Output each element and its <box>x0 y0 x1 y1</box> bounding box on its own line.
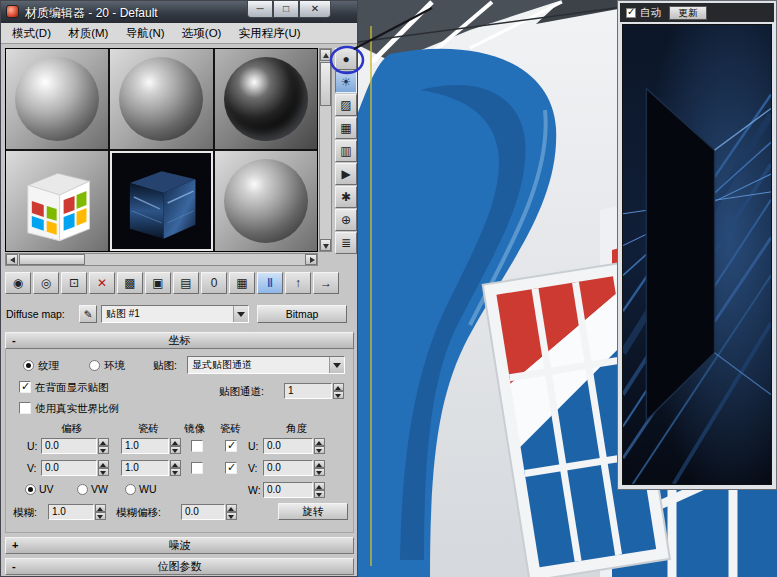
close-button[interactable]: ✕ <box>299 1 331 18</box>
spinner-up-icon[interactable] <box>170 438 181 446</box>
v-mirror-checkbox[interactable] <box>191 462 203 474</box>
sample-slot-blue-streak-cube[interactable] <box>110 151 212 251</box>
scroll-left-arrow[interactable] <box>6 254 18 265</box>
sample-type-button[interactable]: ● <box>335 48 357 70</box>
scroll-up-arrow[interactable] <box>320 49 331 61</box>
w-angle-spinner[interactable]: 0.0 <box>263 482 325 498</box>
assign-material-to-selection-button[interactable]: ⊡ <box>61 272 87 294</box>
spinner-down-icon[interactable] <box>170 446 181 454</box>
spinner-down-icon[interactable] <box>333 391 344 399</box>
menu-material[interactable]: 材质(M) <box>61 23 115 44</box>
map-name-dropdown[interactable]: 贴图 #1 <box>101 305 249 323</box>
u-offset-spinner[interactable]: 0.0 <box>41 438 109 454</box>
spinner-up-icon[interactable] <box>98 460 109 468</box>
menu-options[interactable]: 选项(O) <box>175 23 229 44</box>
slots-horizontal-scrollbar[interactable] <box>5 253 318 266</box>
make-unique-button[interactable]: ▣ <box>145 272 171 294</box>
scroll-right-arrow[interactable] <box>305 254 317 265</box>
blur-offset-spinner[interactable]: 0.0 <box>181 504 237 520</box>
sample-slot-windows-logo-cube[interactable] <box>6 151 108 251</box>
u-tiling-spinner[interactable]: 1.0 <box>121 438 181 454</box>
minimize-button[interactable]: ─ <box>247 1 273 18</box>
v-offset-spinner[interactable]: 0.0 <box>41 460 109 476</box>
sample-slot-gray-sphere-1[interactable] <box>6 49 108 149</box>
show-map-on-back-checkbox[interactable] <box>19 381 31 393</box>
make-material-copy-button[interactable]: ▩ <box>117 272 143 294</box>
u-mirror-checkbox[interactable] <box>191 440 203 452</box>
sample-uv-tiling-button[interactable]: ▦ <box>335 117 357 139</box>
reset-map-button[interactable]: ✕ <box>89 272 115 294</box>
vw-radio[interactable] <box>77 484 88 495</box>
spinner-up-icon[interactable] <box>226 504 237 512</box>
u-angle-spinner[interactable]: 0.0 <box>263 438 325 454</box>
spinner-down-icon[interactable] <box>314 468 325 476</box>
environ-radio[interactable] <box>89 360 100 371</box>
slots-vertical-scrollbar[interactable] <box>319 48 332 252</box>
material-sphere <box>224 159 308 243</box>
spinner-up-icon[interactable] <box>98 438 109 446</box>
noise-rollout-header[interactable]: + 噪波 <box>5 537 354 554</box>
chevron-down-icon[interactable] <box>329 357 344 373</box>
make-preview-button[interactable]: ▶ <box>335 163 357 185</box>
spinner-up-icon[interactable] <box>333 383 344 391</box>
spinner-up-icon[interactable] <box>314 438 325 446</box>
spinner-down-icon[interactable] <box>314 446 325 454</box>
mapping-dropdown[interactable]: 显式贴图通道 <box>187 356 345 374</box>
spinner-down-icon[interactable] <box>95 512 106 520</box>
spinner-down-icon[interactable] <box>98 468 109 476</box>
spinner-up-icon[interactable] <box>170 460 181 468</box>
v-tile-checkbox[interactable] <box>225 462 237 474</box>
real-world-scale-checkbox[interactable] <box>19 402 31 414</box>
maximize-button[interactable]: □ <box>273 1 299 18</box>
sample-slot-dark-sphere[interactable] <box>215 49 317 149</box>
background-button[interactable]: ▨ <box>335 94 357 116</box>
show-end-result-button[interactable]: ‖ <box>257 272 283 294</box>
sample-slot-gray-sphere-3[interactable] <box>215 151 317 251</box>
material-id-channel-button[interactable]: 0 <box>201 272 227 294</box>
get-material-button[interactable]: ◉ <box>5 272 31 294</box>
u-tile-checkbox[interactable] <box>225 440 237 452</box>
spinner-down-icon[interactable] <box>226 512 237 520</box>
spinner-down-icon[interactable] <box>170 468 181 476</box>
spinner-down-icon[interactable] <box>98 446 109 454</box>
spinner-up-icon[interactable] <box>314 460 325 468</box>
options-button[interactable]: ✱ <box>335 186 357 208</box>
put-to-library-button[interactable]: ▤ <box>173 272 199 294</box>
scroll-thumb[interactable] <box>320 62 331 106</box>
menu-utilities[interactable]: 实用程序(U) <box>232 23 308 44</box>
sample-slot-gray-sphere-2[interactable] <box>110 49 212 149</box>
put-material-to-scene-button[interactable]: ◎ <box>33 272 59 294</box>
chevron-down-icon[interactable] <box>233 306 248 322</box>
auto-update-checkbox[interactable] <box>626 8 636 18</box>
rotate-button[interactable]: 旋转 <box>278 503 348 520</box>
v-angle-spinner[interactable]: 0.0 <box>263 460 325 476</box>
map-type-bitmap-button[interactable]: Bitmap <box>257 305 347 323</box>
select-by-material-button[interactable]: ⊕ <box>335 209 357 231</box>
backlight-button[interactable]: ☀ <box>335 71 357 93</box>
menu-mode[interactable]: 模式(D) <box>5 23 58 44</box>
video-color-check-button[interactable]: ▥ <box>335 140 357 162</box>
v-tiling-spinner[interactable]: 1.0 <box>121 460 181 476</box>
go-to-parent-button[interactable]: ↑ <box>285 272 311 294</box>
go-forward-to-sibling-button[interactable]: → <box>313 272 339 294</box>
material-map-navigator-button[interactable]: ≣ <box>335 232 357 254</box>
update-button[interactable]: 更新 <box>669 6 707 20</box>
pick-material-eyedropper-button[interactable]: ✎ <box>79 305 97 323</box>
expand-icon[interactable]: + <box>12 538 18 553</box>
coordinates-rollout-header[interactable]: - 坐标 <box>5 332 354 349</box>
spinner-up-icon[interactable] <box>95 504 106 512</box>
collapse-icon[interactable]: - <box>12 333 16 348</box>
blur-spinner[interactable]: 1.0 <box>48 504 106 520</box>
scroll-down-arrow[interactable] <box>320 239 331 251</box>
wu-radio[interactable] <box>125 484 136 495</box>
spinner-down-icon[interactable] <box>314 490 325 498</box>
uv-radio[interactable] <box>25 484 36 495</box>
menu-navigation[interactable]: 导航(N) <box>119 23 172 44</box>
map-channel-spinner[interactable]: 1 <box>284 383 344 399</box>
scroll-thumb[interactable] <box>19 254 85 265</box>
bitmap-parameters-rollout-header[interactable]: - 位图参数 <box>5 558 354 575</box>
texture-radio[interactable] <box>23 360 34 371</box>
collapse-icon[interactable]: - <box>12 559 16 574</box>
spinner-up-icon[interactable] <box>314 482 325 490</box>
show-map-in-viewport-button[interactable]: ▦ <box>229 272 255 294</box>
